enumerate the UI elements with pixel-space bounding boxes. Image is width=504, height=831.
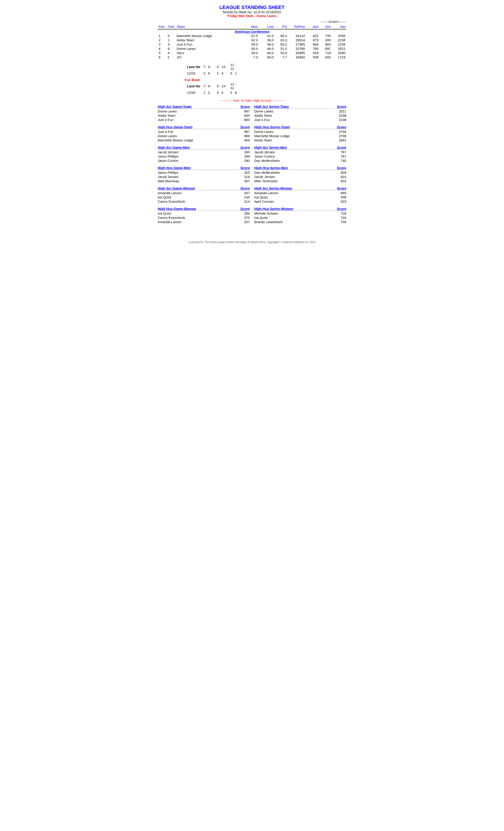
score-name: Brandy Lauterbach xyxy=(254,220,335,224)
fun-col1: 7 - 8 xyxy=(201,82,214,90)
score-entry: Matt Marineau307 xyxy=(158,179,250,183)
dome-col3: 11 - 12 xyxy=(228,62,241,71)
score-value: 299 xyxy=(239,211,250,215)
score-block: High Scr Series-WomenScoreAmanda Larson6… xyxy=(254,186,346,204)
score-block: High Scr Series-TeamScoreDome Lanes2521A… xyxy=(254,105,346,122)
score-value: 685 xyxy=(335,191,346,195)
dome-col2: 9 - 10 xyxy=(214,62,228,71)
score-value: 720 xyxy=(335,216,346,220)
col-won: Won xyxy=(243,24,259,29)
score-block: High Scr Game-MenScoreJacob Jensen300Jas… xyxy=(158,145,250,163)
fun-val2: 3 4 xyxy=(214,90,228,95)
col-ser: Ser xyxy=(332,24,346,29)
score-entry: Dome Lanes2521 xyxy=(254,109,346,113)
score-name: Dan Wollersheim xyxy=(254,159,335,163)
score-header-label: Score xyxy=(240,166,250,170)
score-block: High Hcp Game-MenScoreJason Phillips325J… xyxy=(158,166,250,183)
dome-val1: 3 6 xyxy=(201,71,214,76)
score-entry: Jason Phillips299 xyxy=(158,154,250,159)
score-value: 839 xyxy=(335,171,346,174)
score-header-label: Score xyxy=(240,145,250,149)
score-entry: Brandy Lauterbach706 xyxy=(254,220,346,224)
score-value: 214 xyxy=(239,200,250,203)
score-value: 824 xyxy=(335,175,346,179)
score-name: Jason Phillips xyxy=(158,171,239,174)
score-entry: Amanda Larson267 xyxy=(158,191,250,195)
score-category: High Scr Series-Men xyxy=(254,145,287,149)
score-value: 2756 xyxy=(335,130,346,134)
score-entry: Jacob Jensen319 xyxy=(158,175,250,179)
conference-header: American Conference xyxy=(158,29,346,34)
score-value: 726 xyxy=(335,211,346,215)
score-name: Dome Lanes xyxy=(254,130,335,134)
score-name: Jacob Jensen xyxy=(254,175,335,179)
score-value: 307 xyxy=(239,179,250,183)
col-ave: Ave xyxy=(306,24,319,29)
score-entry: Dome Lanes986 xyxy=(158,134,250,138)
score-name: Mike Techmeier xyxy=(254,179,335,183)
score-value: 803 xyxy=(239,118,250,122)
score-name: Camry Evancheck xyxy=(158,216,239,220)
subtitle: Results for Week No. 14 of 33 12/16/2022 xyxy=(158,10,346,14)
score-category: High Scr Game-Team xyxy=(158,105,191,108)
score-name: Amanda Larson xyxy=(158,191,239,195)
fun-date: 12/30 xyxy=(185,90,201,95)
score-name: Amanda Larson xyxy=(254,191,335,195)
score-value: 270 xyxy=(239,216,250,220)
score-name: Jason Phillips xyxy=(158,154,239,158)
score-value: 245 xyxy=(239,195,250,199)
score-name: Iva Quist xyxy=(254,216,335,220)
score-value: 267 xyxy=(239,191,250,195)
score-block: High Hcp Series-MenScoreDan Wollersheim8… xyxy=(254,166,346,183)
score-name: Dome Lanes xyxy=(254,109,335,113)
col-pos: Pos xyxy=(158,24,167,29)
ytd-header: ---------- Year To Date High Scores ----… xyxy=(158,98,346,103)
score-name: Alotta Team xyxy=(158,114,239,117)
score-header-label: Score xyxy=(240,125,250,129)
score-value: 290 xyxy=(239,159,250,163)
score-entry: Alotta Team2238 xyxy=(254,113,346,118)
score-entry: Jason Curtice290 xyxy=(158,159,250,163)
score-value: 706 xyxy=(335,220,346,224)
score-block: High Hcp Game-TeamScoreJust 4 Fun987Dome… xyxy=(158,125,250,142)
score-value: 2521 xyxy=(335,109,346,113)
score-entry: Just 4 Fun987 xyxy=(158,130,250,134)
score-name: Iva Quist xyxy=(254,195,335,199)
score-header-label: Score xyxy=(240,105,250,108)
fun-val3: 5 6 xyxy=(228,90,241,95)
score-category: High Hcp Series-Men xyxy=(254,166,288,170)
score-value: 2108 xyxy=(335,118,346,122)
scores-section: High Scr Game-TeamScoreDome Lanes897Alot… xyxy=(158,105,346,227)
score-category: High Hcp Game-Women xyxy=(158,207,196,210)
col-tm: Tm# xyxy=(167,24,176,29)
score-entry: Amanda Larson267 xyxy=(158,220,250,224)
score-entry: Dome Lanes2756 xyxy=(254,130,346,134)
score-header-label: Score xyxy=(337,125,346,129)
score-entry: Iva Quist720 xyxy=(254,216,346,220)
score-value: 959 xyxy=(239,138,250,142)
score-value: 558 xyxy=(335,195,346,199)
score-block: High Hcp Game-WomenScoreIva Quist299Camr… xyxy=(158,207,250,224)
score-value: 533 xyxy=(335,200,346,203)
lane-schedule: Lane No 7 - 8 9 - 10 11 - 12 12/23 3 6 2… xyxy=(185,62,346,95)
score-name: Marinette Moose Lodge xyxy=(254,134,335,138)
score-name: Iva Quist xyxy=(158,195,239,199)
score-entry: Marinette Moose Lodge959 xyxy=(158,138,250,142)
dome-lane-label: Lane No xyxy=(185,62,201,71)
score-header-label: Score xyxy=(240,207,250,210)
table-row: 4 6 Dome Lanes 50.0 48.0 51.0 32780 780 … xyxy=(158,47,346,51)
score-name: Michele Schoen xyxy=(254,211,335,215)
score-name: Jacob Jensen xyxy=(158,150,239,154)
score-value: 325 xyxy=(239,171,250,174)
score-entry: Jacob Jensen300 xyxy=(158,150,250,154)
score-value: 319 xyxy=(239,175,250,179)
score-category: High Scr Game-Men xyxy=(158,145,190,149)
score-name: Camry Evancheck xyxy=(158,200,239,203)
score-entry: Just 4 Fun2108 xyxy=(254,118,346,122)
score-entry: Amanda Larson685 xyxy=(254,191,346,195)
score-value: 767 xyxy=(335,154,346,158)
score-block: High Hcp Series-TeamScoreDome Lanes2756M… xyxy=(254,125,346,142)
score-header-label: Score xyxy=(337,207,346,210)
table-row: 6 2 JCI 7.0 84.0 7.7 19382 538 643 1719 xyxy=(158,55,346,59)
score-category: High Hcp Series-Team xyxy=(254,125,290,129)
